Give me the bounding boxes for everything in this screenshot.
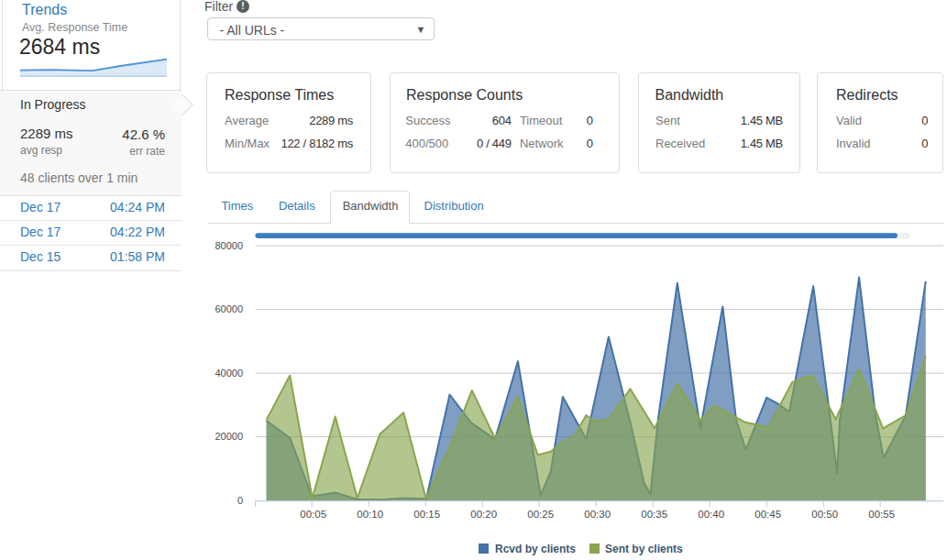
svg-text:00:15: 00:15 — [413, 509, 440, 520]
svg-text:Sent by clients: Sent by clients — [605, 543, 683, 555]
svg-text:00:05: 00:05 — [300, 509, 326, 520]
svg-text:00:55: 00:55 — [868, 509, 895, 520]
svg-text:00:30: 00:30 — [584, 509, 611, 520]
svg-text:00:25: 00:25 — [527, 509, 554, 520]
svg-text:60000: 60000 — [215, 303, 243, 314]
svg-text:00:45: 00:45 — [754, 509, 781, 520]
svg-text:00:50: 00:50 — [811, 509, 838, 520]
svg-text:00:35: 00:35 — [641, 509, 667, 520]
svg-text:0: 0 — [237, 495, 243, 506]
svg-text:20000: 20000 — [215, 431, 243, 442]
svg-text:00:20: 00:20 — [470, 509, 497, 520]
svg-text:80000: 80000 — [215, 240, 243, 251]
svg-text:40000: 40000 — [215, 368, 243, 379]
svg-text:00:40: 00:40 — [698, 509, 724, 520]
svg-text:00:10: 00:10 — [357, 509, 383, 520]
svg-text:Rcvd by clients: Rcvd by clients — [495, 543, 576, 555]
